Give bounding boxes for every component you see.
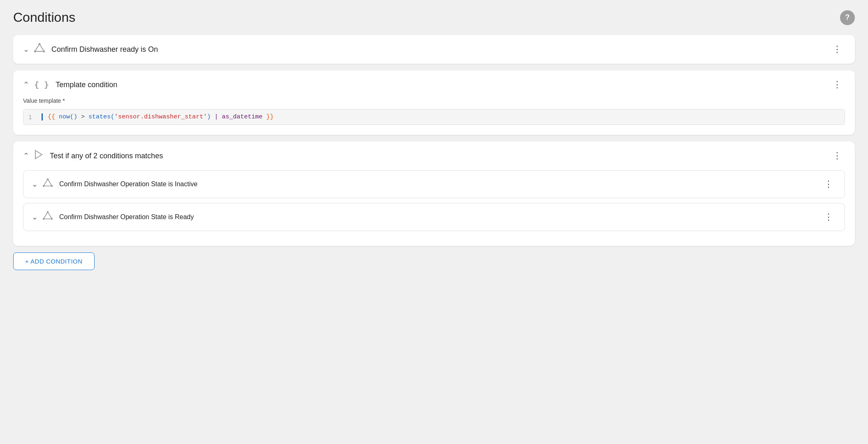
chevron-up-icon: ⌃ <box>23 80 29 89</box>
state-icon <box>34 43 45 56</box>
chevron-up-icon-3: ⌃ <box>23 151 29 160</box>
nested-header-1[interactable]: ⌄ Confirm Dishwasher Operation State is … <box>23 171 845 198</box>
token-now: now() <box>59 113 77 120</box>
value-template-label: Value template * <box>23 97 845 104</box>
condition-1-label: Confirm Dishwasher ready is On <box>51 45 829 54</box>
logic-icon <box>34 150 43 162</box>
nested-state-icon-2 <box>43 211 53 223</box>
nested-state-icon-1 <box>43 178 53 190</box>
condition-3-label: Test if any of 2 conditions matches <box>50 152 829 160</box>
condition-2-label: Template condition <box>56 81 829 89</box>
add-condition-button[interactable]: + ADD CONDITION <box>13 252 95 270</box>
token-states: states( <box>88 113 114 120</box>
token-as-datetime: as_datetime <box>222 113 262 120</box>
svg-marker-8 <box>44 212 52 219</box>
nested-2-label: Confirm Dishwasher Operation State is Re… <box>59 213 821 221</box>
nested-header-2[interactable]: ⌄ Confirm Dishwasher Operation State is … <box>23 204 845 231</box>
condition-card-1: ⌄ Confirm Dishwasher ready is On ⋮ <box>13 35 855 64</box>
nested-chevron-down-2: ⌄ <box>32 213 38 222</box>
condition-3-body: ⌄ Confirm Dishwasher Operation State is … <box>13 170 855 246</box>
token-close-brace: }} <box>266 113 274 120</box>
nested-card-1: ⌄ Confirm Dishwasher Operation State is … <box>23 170 845 198</box>
help-button[interactable]: ? <box>840 10 855 25</box>
line-number: 1 <box>28 114 35 120</box>
code-text: {{ now() > states('sensor.dishwasher_sta… <box>48 113 274 120</box>
chevron-down-icon: ⌄ <box>23 45 29 54</box>
condition-2-more-button[interactable]: ⋮ <box>829 79 845 91</box>
nested-card-2: ⌄ Confirm Dishwasher Operation State is … <box>23 203 845 231</box>
condition-header-1[interactable]: ⌄ Confirm Dishwasher ready is On ⋮ <box>13 35 855 64</box>
condition-2-body: Value template * 1 {{ now() > states('se… <box>13 97 855 135</box>
nested-1-more-button[interactable]: ⋮ <box>821 178 836 190</box>
code-line-1: 1 {{ now() > states('sensor.dishwasher_s… <box>23 109 845 125</box>
condition-card-2: ⌃ { } Template condition ⋮ Value templat… <box>13 70 855 135</box>
nested-chevron-down-1: ⌄ <box>32 180 38 189</box>
token-pipe: | <box>214 113 218 120</box>
code-editor[interactable]: 1 {{ now() > states('sensor.dishwasher_s… <box>23 109 845 125</box>
token-sensor: 'sensor.dishwasher_start' <box>114 113 207 120</box>
svg-marker-0 <box>35 44 44 51</box>
page-header: Conditions ? <box>13 10 855 25</box>
template-icon: { } <box>34 80 49 90</box>
nested-2-more-button[interactable]: ⋮ <box>821 211 836 223</box>
svg-marker-4 <box>44 179 52 186</box>
condition-1-more-button[interactable]: ⋮ <box>829 43 845 56</box>
nested-1-label: Confirm Dishwasher Operation State is In… <box>59 180 821 188</box>
token-gt: > <box>81 113 88 120</box>
page-title: Conditions <box>13 10 75 25</box>
code-cursor <box>42 113 43 120</box>
condition-header-3[interactable]: ⌃ Test if any of 2 conditions matches ⋮ <box>13 141 855 170</box>
condition-3-more-button[interactable]: ⋮ <box>829 150 845 162</box>
condition-card-3: ⌃ Test if any of 2 conditions matches ⋮ … <box>13 141 855 246</box>
add-condition-container: + ADD CONDITION <box>13 252 855 270</box>
token-open-brace: {{ <box>48 113 55 120</box>
token-states-close: ) <box>207 113 211 120</box>
condition-header-2[interactable]: ⌃ { } Template condition ⋮ <box>13 70 855 97</box>
